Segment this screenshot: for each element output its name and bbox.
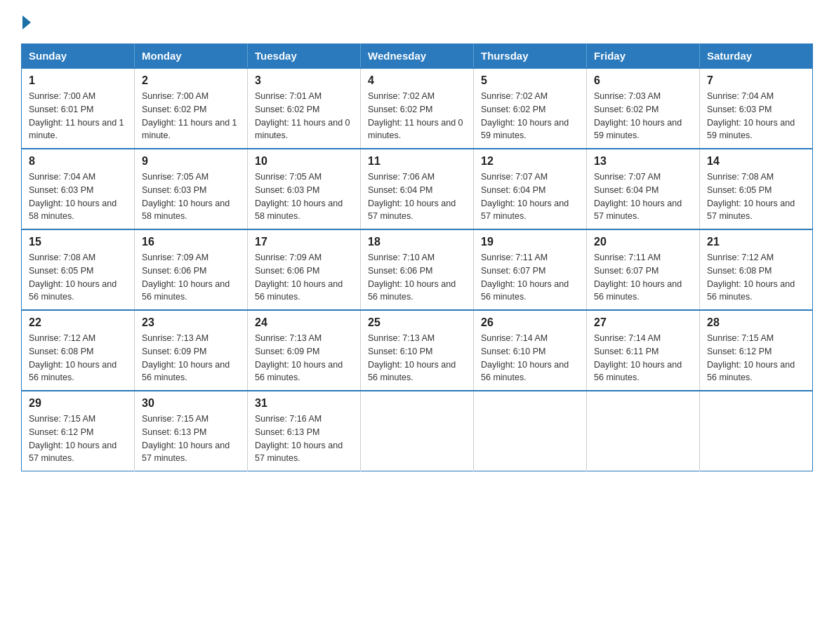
daylight-label: Daylight: 10 hours and 57 minutes.: [707, 199, 795, 222]
day-info: Sunrise: 7:00 AM Sunset: 6:02 PM Dayligh…: [142, 90, 240, 142]
sunset-label: Sunset: 6:03 PM: [255, 185, 319, 195]
day-info: Sunrise: 7:14 AM Sunset: 6:11 PM Dayligh…: [594, 332, 692, 384]
day-number: 20: [594, 236, 692, 248]
sunset-label: Sunset: 6:05 PM: [707, 185, 772, 195]
daylight-label: Daylight: 10 hours and 58 minutes.: [29, 199, 117, 222]
sunrise-label: Sunrise: 7:14 AM: [481, 333, 548, 343]
sunset-label: Sunset: 6:07 PM: [481, 266, 545, 276]
calendar-day-cell: 18 Sunrise: 7:10 AM Sunset: 6:06 PM Dayl…: [361, 229, 474, 310]
sunrise-label: Sunrise: 7:15 AM: [142, 414, 208, 424]
day-info: Sunrise: 7:05 AM Sunset: 6:03 PM Dayligh…: [142, 170, 240, 223]
daylight-label: Daylight: 10 hours and 57 minutes.: [368, 199, 456, 222]
sunset-label: Sunset: 6:12 PM: [29, 427, 93, 437]
calendar-day-cell: 20 Sunrise: 7:11 AM Sunset: 6:07 PM Dayl…: [587, 229, 700, 310]
day-number: 21: [707, 236, 805, 248]
sunrise-label: Sunrise: 7:01 AM: [255, 91, 322, 101]
sunrise-label: Sunrise: 7:08 AM: [707, 172, 774, 182]
daylight-label: Daylight: 10 hours and 56 minutes.: [707, 360, 795, 383]
day-info: Sunrise: 7:12 AM Sunset: 6:08 PM Dayligh…: [29, 332, 127, 384]
sunrise-label: Sunrise: 7:09 AM: [142, 253, 208, 262]
sunset-label: Sunset: 6:08 PM: [29, 347, 93, 356]
sunrise-label: Sunrise: 7:07 AM: [481, 172, 548, 182]
sunrise-label: Sunrise: 7:16 AM: [255, 414, 322, 424]
daylight-label: Daylight: 10 hours and 56 minutes.: [368, 360, 456, 383]
sunrise-label: Sunrise: 7:12 AM: [29, 333, 95, 343]
day-info: Sunrise: 7:08 AM Sunset: 6:05 PM Dayligh…: [29, 251, 127, 304]
day-number: 10: [255, 155, 353, 168]
calendar-body: 1 Sunrise: 7:00 AM Sunset: 6:01 PM Dayli…: [22, 68, 813, 471]
calendar-week-row: 8 Sunrise: 7:04 AM Sunset: 6:03 PM Dayli…: [22, 149, 813, 229]
daylight-label: Daylight: 10 hours and 56 minutes.: [142, 279, 230, 302]
calendar-day-cell: 30 Sunrise: 7:15 AM Sunset: 6:13 PM Dayl…: [135, 391, 248, 471]
calendar-day-cell: 19 Sunrise: 7:11 AM Sunset: 6:07 PM Dayl…: [474, 229, 587, 310]
day-number: 8: [29, 155, 127, 168]
daylight-label: Daylight: 11 hours and 0 minutes.: [368, 118, 463, 141]
sunrise-label: Sunrise: 7:04 AM: [707, 91, 774, 101]
day-number: 12: [481, 155, 579, 168]
sunrise-label: Sunrise: 7:02 AM: [368, 91, 435, 101]
calendar-week-row: 22 Sunrise: 7:12 AM Sunset: 6:08 PM Dayl…: [22, 310, 813, 391]
sunrise-label: Sunrise: 7:09 AM: [255, 253, 322, 262]
daylight-label: Daylight: 10 hours and 56 minutes.: [594, 360, 682, 383]
day-number: 19: [481, 236, 579, 248]
calendar-day-cell: 29 Sunrise: 7:15 AM Sunset: 6:12 PM Dayl…: [22, 391, 135, 471]
daylight-label: Daylight: 10 hours and 56 minutes.: [255, 279, 343, 302]
sunset-label: Sunset: 6:12 PM: [707, 347, 772, 356]
daylight-label: Daylight: 10 hours and 56 minutes.: [707, 279, 795, 302]
day-of-week-header: Thursday: [474, 44, 587, 69]
calendar-day-cell: 12 Sunrise: 7:07 AM Sunset: 6:04 PM Dayl…: [474, 149, 587, 229]
day-number: 3: [255, 74, 353, 87]
sunset-label: Sunset: 6:06 PM: [368, 266, 432, 276]
day-number: 29: [29, 397, 127, 410]
day-number: 24: [255, 316, 353, 329]
calendar-day-cell: 6 Sunrise: 7:03 AM Sunset: 6:02 PM Dayli…: [587, 68, 700, 149]
sunrise-label: Sunrise: 7:00 AM: [142, 91, 208, 101]
daylight-label: Daylight: 10 hours and 57 minutes.: [594, 199, 682, 222]
day-number: 2: [142, 74, 240, 87]
calendar-day-cell: 24 Sunrise: 7:13 AM Sunset: 6:09 PM Dayl…: [248, 310, 361, 391]
sunset-label: Sunset: 6:06 PM: [255, 266, 319, 276]
sunset-label: Sunset: 6:02 PM: [481, 105, 545, 114]
sunrise-label: Sunrise: 7:14 AM: [594, 333, 661, 343]
calendar-day-cell: 3 Sunrise: 7:01 AM Sunset: 6:02 PM Dayli…: [248, 68, 361, 149]
day-info: Sunrise: 7:07 AM Sunset: 6:04 PM Dayligh…: [594, 170, 692, 223]
calendar-day-cell: 4 Sunrise: 7:02 AM Sunset: 6:02 PM Dayli…: [361, 68, 474, 149]
day-info: Sunrise: 7:15 AM Sunset: 6:13 PM Dayligh…: [142, 412, 240, 465]
daylight-label: Daylight: 10 hours and 59 minutes.: [707, 118, 795, 141]
daylight-label: Daylight: 11 hours and 0 minutes.: [255, 118, 350, 141]
sunset-label: Sunset: 6:11 PM: [594, 347, 658, 356]
day-number: 30: [142, 397, 240, 410]
calendar-day-cell: [700, 391, 813, 471]
day-number: 1: [29, 74, 127, 87]
daylight-label: Daylight: 10 hours and 57 minutes.: [481, 199, 569, 222]
sunset-label: Sunset: 6:01 PM: [29, 105, 93, 114]
sunset-label: Sunset: 6:13 PM: [255, 427, 319, 437]
daylight-label: Daylight: 10 hours and 57 minutes.: [255, 441, 343, 464]
day-number: 18: [368, 236, 466, 248]
day-info: Sunrise: 7:03 AM Sunset: 6:02 PM Dayligh…: [594, 90, 692, 142]
calendar-day-cell: 2 Sunrise: 7:00 AM Sunset: 6:02 PM Dayli…: [135, 68, 248, 149]
calendar-table: SundayMondayTuesdayWednesdayThursdayFrid…: [21, 43, 813, 471]
calendar-week-row: 29 Sunrise: 7:15 AM Sunset: 6:12 PM Dayl…: [22, 391, 813, 471]
calendar-day-cell: 26 Sunrise: 7:14 AM Sunset: 6:10 PM Dayl…: [474, 310, 587, 391]
daylight-label: Daylight: 10 hours and 57 minutes.: [142, 441, 230, 464]
calendar-day-cell: 8 Sunrise: 7:04 AM Sunset: 6:03 PM Dayli…: [22, 149, 135, 229]
sunset-label: Sunset: 6:09 PM: [142, 347, 206, 356]
day-number: 28: [707, 316, 805, 329]
sunset-label: Sunset: 6:02 PM: [594, 105, 658, 114]
day-of-week-header: Wednesday: [361, 44, 474, 69]
daylight-label: Daylight: 10 hours and 56 minutes.: [481, 360, 569, 383]
calendar-day-cell: 9 Sunrise: 7:05 AM Sunset: 6:03 PM Dayli…: [135, 149, 248, 229]
sunrise-label: Sunrise: 7:13 AM: [368, 333, 435, 343]
daylight-label: Daylight: 10 hours and 59 minutes.: [481, 118, 569, 141]
day-info: Sunrise: 7:04 AM Sunset: 6:03 PM Dayligh…: [29, 170, 127, 223]
calendar-day-cell: 28 Sunrise: 7:15 AM Sunset: 6:12 PM Dayl…: [700, 310, 813, 391]
day-info: Sunrise: 7:16 AM Sunset: 6:13 PM Dayligh…: [255, 412, 353, 465]
day-info: Sunrise: 7:00 AM Sunset: 6:01 PM Dayligh…: [29, 90, 127, 142]
calendar-day-cell: [361, 391, 474, 471]
day-number: 11: [368, 155, 466, 168]
sunrise-label: Sunrise: 7:15 AM: [707, 333, 774, 343]
day-of-week-header: Saturday: [700, 44, 813, 69]
day-info: Sunrise: 7:11 AM Sunset: 6:07 PM Dayligh…: [594, 251, 692, 304]
day-number: 15: [29, 236, 127, 248]
